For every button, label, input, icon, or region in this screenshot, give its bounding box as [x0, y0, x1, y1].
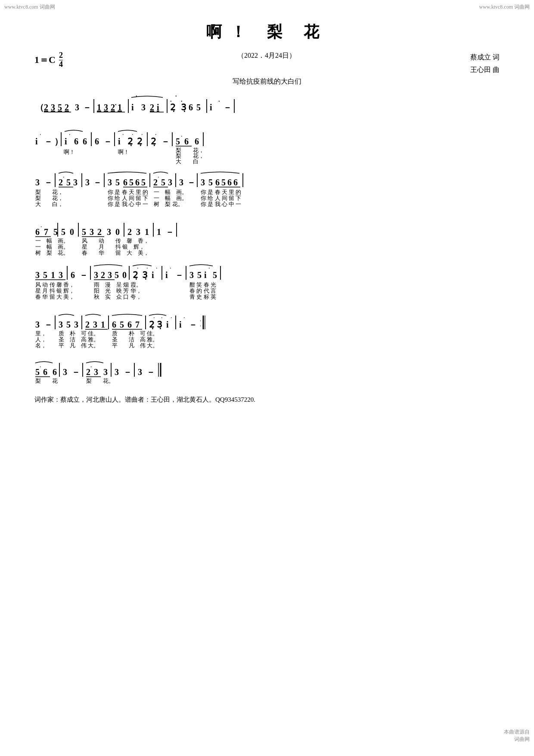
svg-text:1: 1 [101, 320, 105, 329]
svg-text:－: － [103, 137, 112, 146]
svg-text:3: 3 [51, 103, 55, 112]
notation-svg-6: 3 － 3 5 3 2 3 1 6 5 6 7 [34, 309, 500, 348]
svg-text:质　朴　可  佳。: 质 朴 可 佳。 [59, 330, 99, 337]
svg-text:春  的  代  言: 春 的 代 言 [189, 287, 216, 294]
svg-text:－: － [93, 178, 102, 187]
svg-text:一　幅　画。: 一 幅 画。 [35, 244, 69, 250]
svg-text:·: · [153, 315, 155, 321]
svg-text:·: · [137, 265, 139, 272]
svg-text:·: · [170, 265, 171, 272]
svg-text:3: 3 [94, 270, 98, 280]
svg-text:2: 2 [97, 227, 102, 237]
svg-text:5: 5 [213, 270, 217, 280]
svg-text:2: 2 [150, 103, 154, 112]
notation-svg-5: 3 5 1 3 6 － 3 2 3 5 0 2̣ [34, 260, 500, 301]
svg-text:－: － [189, 320, 197, 329]
svg-text:树　梨　花。: 树 梨 花。 [35, 250, 69, 256]
svg-text:梨　　花: 梨 花 [35, 378, 58, 384]
svg-text:3: 3 [90, 227, 94, 237]
svg-text:·: · [181, 133, 183, 140]
footer-text: 词作家：蔡成立，河北唐山人。谱曲者：王心田，湖北黄石人。QQ934537220. [34, 396, 500, 404]
svg-text:·: · [40, 224, 42, 230]
svg-text:－: － [44, 320, 53, 329]
svg-text:i: i [204, 270, 207, 280]
svg-text:·: · [170, 98, 172, 105]
svg-text:1: 1 [97, 103, 101, 112]
svg-text:3: 3 [168, 178, 172, 187]
svg-text:0: 0 [122, 270, 127, 280]
svg-text:1: 1 [157, 227, 161, 237]
svg-text:青  史  标  英: 青 史 标 英 [189, 294, 216, 300]
score-row-4: 6 · 7 5 5 0 5 3 2 3 0 2 3 [34, 217, 500, 251]
svg-text:－: － [187, 178, 196, 187]
svg-text:梨　　花。: 梨 花。 [86, 378, 114, 384]
svg-text:风　　动　　传　馨　香，: 风 动 传 馨 香， [82, 237, 149, 244]
svg-text:6: 6 [43, 367, 47, 377]
svg-text:6: 6 [112, 320, 116, 329]
svg-text:大: 大 [176, 158, 181, 165]
svg-text:3: 3 [103, 367, 108, 377]
svg-text:·: · [63, 174, 65, 181]
svg-text:5: 5 [221, 178, 226, 187]
svg-text:3: 3 [35, 178, 40, 187]
svg-text:i: i [165, 270, 168, 280]
svg-text:6: 6 [233, 178, 238, 187]
svg-text:2: 2 [44, 103, 48, 112]
score-row-5: 3 5 1 3 6 － 3 2 3 5 0 2̣ [34, 260, 500, 301]
svg-text:i: i [118, 137, 121, 146]
svg-text:6: 6 [35, 227, 40, 237]
svg-text:7: 7 [44, 227, 48, 237]
svg-text:·: · [155, 131, 157, 138]
svg-text:梨　　花，: 梨 花， [35, 189, 63, 195]
svg-text:·: · [218, 98, 220, 105]
svg-text:你  是  我  心  中  一: 你 是 我 心 中 一 [200, 201, 241, 207]
svg-text:·: · [122, 131, 124, 138]
svg-text:0: 0 [115, 227, 120, 237]
svg-text:3: 3 [59, 320, 63, 329]
score-row-6: 3 － 3 5 3 2 3 1 6 5 6 7 [34, 309, 500, 348]
svg-text:3: 3 [179, 178, 183, 187]
svg-text:3: 3 [201, 178, 205, 187]
svg-text:·: · [183, 315, 185, 321]
svg-text:5: 5 [115, 178, 120, 187]
svg-text:5: 5 [197, 270, 202, 280]
svg-text:5: 5 [208, 178, 213, 187]
svg-text:·: · [40, 131, 41, 138]
svg-text:风  动  传  馨  香，: 风 动 传 馨 香， [35, 281, 75, 288]
svg-text:3: 3 [108, 178, 112, 187]
watermark-top-left: www.ktvc8.com 词曲网 [4, 3, 55, 11]
svg-text:6: 6 [195, 137, 199, 146]
svg-text:i: i [131, 103, 134, 112]
svg-text:3: 3 [107, 227, 111, 237]
svg-text:·: · [156, 265, 158, 272]
notation-svg-4: 6 · 7 5 5 0 5 3 2 3 0 2 3 [34, 217, 500, 251]
svg-text:－: － [146, 367, 155, 377]
svg-text:5: 5 [129, 178, 134, 187]
svg-text:5: 5 [161, 178, 165, 187]
svg-text:5: 5 [196, 103, 201, 112]
svg-text:5: 5 [82, 227, 86, 237]
svg-text:（: （ [35, 103, 44, 112]
svg-text:－: － [71, 367, 80, 377]
svg-text:一　幅　画。: 一 幅 画。 [35, 237, 69, 244]
svg-text:5: 5 [35, 367, 40, 377]
svg-text:2̣: 2̣ [151, 137, 156, 146]
svg-text:i: i [179, 320, 182, 329]
author-block: 蔡成立 词 王心田 曲 [470, 51, 500, 76]
svg-text:你  是  春  天  里  的　一　幅　画。: 你 是 春 天 里 的 一 幅 画。 [107, 189, 187, 195]
svg-text:6: 6 [74, 137, 78, 146]
svg-text:5: 5 [58, 103, 62, 112]
score-container: （ 2 3 5 2 3 － 1 3 2 · 1 [34, 94, 500, 387]
svg-text:·: · [158, 174, 159, 181]
svg-text:0: 0 [70, 227, 74, 237]
svg-text:6: 6 [227, 178, 232, 187]
svg-text:－: － [44, 137, 53, 146]
svg-text:秋　实　众  口  夸，: 秋 实 众 口 夸， [94, 294, 142, 300]
svg-text:2̣: 2̣ [127, 137, 133, 146]
svg-text:5: 5 [176, 137, 180, 146]
svg-text:2: 2 [59, 178, 63, 187]
svg-text:2: 2 [85, 320, 90, 329]
svg-text:名，: 名， [35, 342, 47, 349]
svg-text:5: 5 [53, 227, 58, 237]
notation-row-1: （ 2 3 5 2 3 － 1 3 2 · 1 [34, 94, 500, 118]
